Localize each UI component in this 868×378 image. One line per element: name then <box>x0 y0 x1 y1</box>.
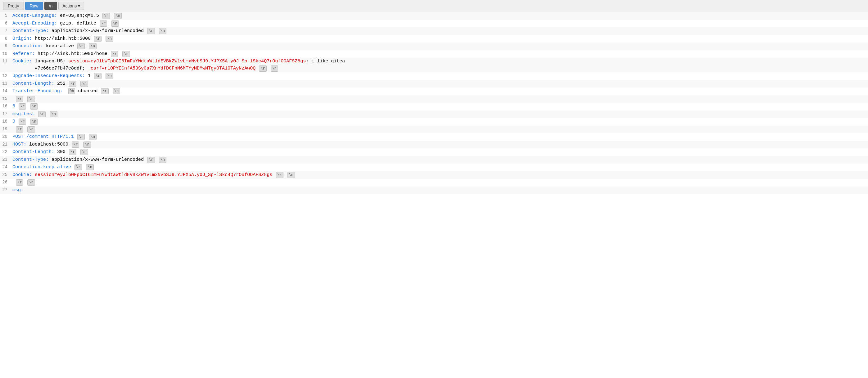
line-content: HOST: localhost:5000 \r \n <box>11 141 868 148</box>
escape-badge: \r <box>147 28 155 34</box>
line-content: Accept-Encoding: gzip, deflate \r \n <box>11 20 868 27</box>
token-value: session=eyJlbWFpbCI6ImFuYWdtaWtldEVBkZW1… <box>35 172 272 178</box>
escape-badge: \n <box>81 149 88 155</box>
line-number: 24 <box>0 164 11 169</box>
line-number: 13 <box>0 81 11 86</box>
table-row: 11Cookie: lang=en-US; session=eyJlbWFpbC… <box>0 58 868 72</box>
header-name: Cookie: <box>12 59 32 64</box>
escape-badge: \n <box>159 157 166 163</box>
table-row: 12Upgrade-Insecure-Requests: 1 \r \n <box>0 72 868 80</box>
escape-badge: \r <box>259 65 266 72</box>
line-number: 21 <box>0 142 11 147</box>
escape-badge: \r <box>77 134 85 140</box>
header-name: Cookie: <box>12 172 32 178</box>
line-content: msg= <box>11 187 868 194</box>
escape-badge: \n <box>111 21 119 27</box>
line-content: \r \n <box>11 126 868 133</box>
escape-badge: \n <box>271 65 278 72</box>
table-row: 15 \r \n <box>0 95 868 103</box>
escape-badge: \r <box>276 172 283 178</box>
header-name: POST /comment HTTP/1.1 <box>12 134 74 139</box>
header-name: Accept-Encoding: <box>12 21 57 26</box>
escape-badge: \r <box>94 73 101 79</box>
escape-badge: \r <box>94 36 101 42</box>
table-row: 20POST /comment HTTP/1.1 \r \n <box>0 133 868 141</box>
ln-tab[interactable]: \n <box>44 2 57 10</box>
line-content: Connection: keep-alive \r \n <box>11 43 868 50</box>
line-content: Content-Length: 300 \r \n <box>11 149 868 156</box>
escape-badge: \n <box>27 126 35 132</box>
line-content: Accept-Language: en-US,en;q=0.5 \r \n <box>11 12 868 20</box>
line-number: 26 <box>0 180 11 185</box>
toolbar: Pretty Raw \n Actions ▾ <box>0 0 868 12</box>
header-name: Origin: <box>12 36 32 41</box>
table-row: 13Content-Length: 252 \r \n <box>0 80 868 88</box>
escape-badge: \n <box>89 134 96 140</box>
header-name: Content-Length: <box>12 149 54 155</box>
escape-badge: \r <box>111 51 118 57</box>
escape-badge: \n <box>113 88 120 94</box>
line-content: Upgrade-Insecure-Requests: 1 \r \n <box>11 73 868 80</box>
line-content: Cookie: session=eyJlbWFpbCI6ImFuYWdtaWtl… <box>11 171 868 179</box>
escape-badge: \n <box>30 103 37 109</box>
line-number: 19 <box>0 127 11 132</box>
table-row: 17msg=test \r \n <box>0 111 868 118</box>
line-content: Content-Type: application/x-www-form-url… <box>11 156 868 163</box>
line-content: \r \n <box>11 179 868 186</box>
escape-badge: \n <box>287 172 295 178</box>
table-row: 26 \r \n <box>0 179 868 187</box>
escape-badge: \r <box>100 21 107 27</box>
line-number: 6 <box>0 21 11 26</box>
table-row: 14Transfer-Encoding: 0b chunked \r \n <box>0 88 868 95</box>
header-name: Referer: <box>12 51 35 57</box>
line-number: 7 <box>0 28 11 33</box>
line-number: 23 <box>0 157 11 162</box>
line-number: 14 <box>0 89 11 93</box>
table-row: 9Connection: keep-alive \r \n <box>0 42 868 50</box>
header-name: Content-Length: <box>12 81 54 86</box>
line-number: 17 <box>0 112 11 116</box>
table-row: 8Origin: http://sink.htb:5000 \r \n <box>0 35 868 43</box>
table-row: 168 \r \n <box>0 103 868 111</box>
pretty-tab[interactable]: Pretty <box>3 2 24 10</box>
line-number: 20 <box>0 134 11 139</box>
numeric-token: 8 <box>12 104 15 109</box>
line-number: 5 <box>0 13 11 18</box>
header-name: Content-Type: <box>12 157 49 162</box>
content-area: 5Accept-Language: en-US,en;q=0.5 \r \n6A… <box>0 12 868 194</box>
line-content: Content-Type: application/x-www-form-url… <box>11 28 868 35</box>
line-content: Transfer-Encoding: 0b chunked \r \n <box>11 88 868 95</box>
escape-badge: \n <box>122 51 130 57</box>
table-row: 23Content-Type: application/x-www-form-u… <box>0 156 868 164</box>
token-value: _csrf=r10PYECnfA53Sy0a7XnYdfDCFnM6MTYyMD… <box>88 66 255 71</box>
table-row: 6Accept-Encoding: gzip, deflate \r \n <box>0 20 868 28</box>
escape-badge: \n <box>89 43 96 49</box>
line-content: Cookie: lang=en-US; session=eyJlbWFpbCI6… <box>11 58 868 72</box>
escape-badge: \n <box>105 73 113 79</box>
line-number: 15 <box>0 96 11 101</box>
escape-badge: \r <box>16 96 23 102</box>
escape-badge: \r <box>19 103 26 109</box>
table-row: 24Connection:keep-alive \r \n <box>0 163 868 171</box>
line-number: 18 <box>0 119 11 124</box>
escape-badge: \r <box>77 43 85 49</box>
line-number: 25 <box>0 172 11 177</box>
token-value: session=eyJlbWFpbCI6ImFuYWdtaWtldEVBkZW1… <box>68 59 306 64</box>
actions-label: Actions <box>62 3 77 8</box>
table-row: 27msg= <box>0 187 868 194</box>
line-content: Content-Length: 252 \r \n <box>11 81 868 88</box>
raw-tab[interactable]: Raw <box>25 2 43 10</box>
line-number: 11 <box>0 59 11 64</box>
header-name: msg= <box>12 187 24 193</box>
line-number: 9 <box>0 43 11 49</box>
escape-badge: \n <box>30 119 37 125</box>
line-content: 0 \r \n <box>11 118 868 125</box>
escape-badge: \r <box>102 13 110 19</box>
line-content: Referer: http://sink.htb:5000/home \r \n <box>11 51 868 58</box>
actions-button[interactable]: Actions ▾ <box>58 2 84 10</box>
line-number: 27 <box>0 187 11 192</box>
escape-badge: \r <box>74 164 82 170</box>
escape-badge: \r <box>72 141 79 148</box>
header-name: Connection: <box>12 43 43 49</box>
table-row: 180 \r \n <box>0 118 868 126</box>
